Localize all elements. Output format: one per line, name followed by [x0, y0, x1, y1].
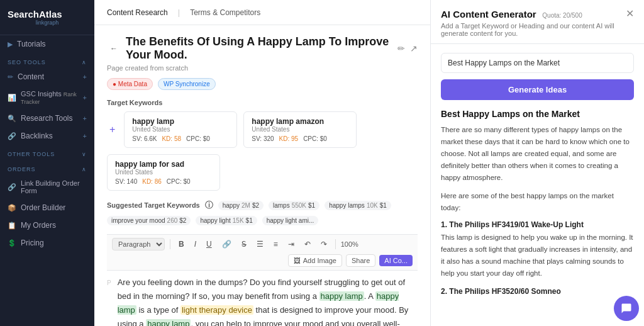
toolbar-sep-1 [170, 239, 170, 249]
keyword-card-1: happy lamp United States SV: 6.6K KD: 58… [124, 111, 237, 148]
paragraph-1: P Are you feeling down in the dumps? Do … [107, 276, 418, 326]
chart-icon: 📊 [8, 94, 16, 102]
ai-result-list-intro: Here are some of the best happy lamps on… [441, 190, 634, 214]
logo-title: SearchAtlas [8, 9, 87, 20]
logo: SearchAtlas linkgraph [0, 0, 94, 35]
search-icon: 🔍 [8, 115, 16, 123]
kw-country-1: United States [132, 126, 229, 133]
ai-item-title-2: 2. The Philips HF3520/60 Somneo [441, 287, 634, 295]
chip-happy-light[interactable]: happy light 15K $1 [196, 216, 257, 225]
indent-button[interactable]: ⇥ [285, 239, 297, 250]
kw-country-3: United States [115, 169, 212, 176]
top-nav: Content Research | Terms & Competitors [94, 0, 430, 25]
keyword-card-3: happy lamp for sad United States SV: 140… [107, 154, 220, 191]
ai-panel-body: Generate Ideas [431, 44, 644, 109]
ai-button[interactable]: AI Co... [379, 255, 413, 266]
editor-header: ← The Benefits Of Using A Happy Lamp To … [107, 35, 418, 62]
kw-name-3: happy lamp for sad [115, 160, 212, 169]
sidebar-item-content[interactable]: ✏ Content + [0, 68, 94, 86]
edit-icon: ✏ [8, 73, 13, 81]
chip-happy-light-ami[interactable]: happy light ami... [262, 216, 319, 225]
add-image-button[interactable]: 🖼 Add Image [288, 254, 342, 267]
kw-name-1: happy lamp [132, 117, 229, 126]
sidebar-item-pricing[interactable]: 💲 Pricing [0, 234, 94, 252]
zoom-level: 100% [341, 240, 358, 248]
chip-happy[interactable]: happy 2M $2 [218, 201, 264, 210]
back-button[interactable]: ← [107, 43, 121, 54]
italic-button[interactable]: I [191, 239, 199, 250]
meta-data-badge[interactable]: ● Meta Data [107, 78, 153, 90]
suggested-keywords-row: Suggested Target Keywords ⓘ happy 2M $2 … [107, 200, 418, 225]
paragraph-select[interactable]: Paragraph [112, 238, 165, 250]
research-label: Research Tools [21, 114, 73, 123]
orders-icon: 📋 [8, 222, 16, 230]
nav-content-research[interactable]: Content Research [107, 8, 168, 17]
underline-button[interactable]: U [203, 239, 215, 250]
ai-result-item-1: 1. The Philips HF3419/01 Wake-Up Light T… [441, 220, 634, 279]
pricing-label: Pricing [21, 239, 44, 247]
ai-result-item-2: 2. The Philips HF3520/60 Somneo This lam… [441, 287, 634, 295]
backlinks-label: Backlinks [21, 132, 53, 140]
chip-happy-lamps[interactable]: happy lamps 10K $1 [325, 201, 391, 210]
tutorials-label: Tutorials [17, 40, 46, 48]
undo-button[interactable]: ↶ [301, 239, 314, 250]
ai-item-desc-1: This lamp is designed to help you wake u… [441, 232, 634, 279]
chat-icon [621, 303, 632, 314]
ai-panel-title: AI Content Generator [441, 9, 536, 20]
keyword-card-2: happy lamp amazon United States SV: 320 … [243, 111, 357, 148]
main-area: Content Research | Terms & Competitors ←… [94, 0, 430, 326]
editor-toolbar: Paragraph B I U 🔗 S̶ ☰ ≡ ⇥ ↶ ↷ 100% 🖼 Ad… [107, 234, 418, 271]
redo-button[interactable]: ↷ [318, 239, 330, 250]
strikethrough-button[interactable]: S̶ [238, 239, 250, 250]
sidebar-item-gsc[interactable]: 📊 GSC Insights Rank Tracker + [0, 86, 94, 110]
editor-content: P Are you feeling down in the dumps? Do … [107, 271, 418, 326]
sidebar-item-backlinks[interactable]: 🔗 Backlinks + [0, 127, 94, 145]
toolbar-sep-2 [335, 239, 336, 249]
image-icon: 🖼 [294, 257, 301, 264]
sidebar-item-research[interactable]: 🔍 Research Tools + [0, 110, 94, 127]
gsc-label: GSC Insights Rank Tracker [21, 90, 79, 105]
logo-sub: linkgraph [8, 20, 87, 26]
bullet-list-button[interactable]: ☰ [253, 239, 267, 250]
wp-sync-badge[interactable]: WP Synchronize [158, 78, 216, 90]
pricing-icon: 💲 [8, 239, 16, 247]
kw-name-2: happy lamp amazon [252, 117, 348, 126]
chat-bubble-button[interactable] [614, 296, 639, 321]
kw-stats-1: SV: 6.6K KD: 58 CPC: $0 [132, 135, 229, 142]
seo-tools-section: SEO TOOLS ∧ [0, 53, 94, 68]
generate-ideas-button[interactable]: Generate Ideas [441, 79, 634, 100]
link-icon: 🔗 [8, 132, 16, 140]
my-orders-label: My Orders [21, 221, 56, 230]
link-button[interactable]: 🔗 [219, 239, 235, 250]
sidebar-item-link-building[interactable]: 🔗 Link Building Order Form [0, 175, 94, 199]
ordered-list-button[interactable]: ≡ [270, 239, 281, 250]
edit-icon-title[interactable]: ✏ [397, 43, 405, 53]
add-keyword-button[interactable]: + [107, 111, 118, 148]
chip-lamps[interactable]: lamps 550K $1 [269, 201, 319, 210]
box-icon: 📦 [8, 204, 16, 212]
share-icon-title[interactable]: ↗ [410, 43, 418, 53]
orders-section: ORDERS ∧ [0, 160, 94, 175]
link-building-label: Link Building Order Form [21, 179, 87, 194]
ai-keyword-input[interactable] [441, 53, 634, 73]
ai-result-area: Best Happy Lamps on the Market There are… [431, 109, 644, 295]
bold-button[interactable]: B [175, 239, 187, 250]
kw-stats-3: SV: 140 KD: 86 CPC: $0 [115, 178, 212, 185]
chip-improve-mood[interactable]: improve your mood 260 $2 [107, 216, 191, 225]
editor-title: The Benefits Of Using A Happy Lamp To Im… [126, 35, 392, 62]
ai-result-intro: There are so many different types of hap… [441, 124, 634, 184]
ai-panel-quota: Quota: 20/500 [542, 12, 582, 19]
sidebar-item-order-builder[interactable]: 📦 Order Builder [0, 199, 94, 216]
link-order-icon: 🔗 [8, 183, 16, 191]
ai-item-title-1: 1. The Philips HF3419/01 Wake-Up Light [441, 220, 634, 229]
order-builder-label: Order Builder [21, 203, 65, 212]
nav-terms-competitors[interactable]: Terms & Competitors [190, 8, 260, 17]
suggested-label: Suggested Target Keywords [107, 201, 200, 209]
play-icon: ▶ [8, 40, 13, 48]
share-button[interactable]: Share [346, 254, 375, 267]
sidebar-item-tutorials[interactable]: ▶ Tutorials [0, 35, 94, 53]
close-button[interactable]: ✕ [626, 9, 634, 19]
target-keywords-label: Target Keywords [107, 99, 418, 106]
sidebar: SearchAtlas linkgraph ▶ Tutorials SEO TO… [0, 0, 94, 326]
sidebar-item-my-orders[interactable]: 📋 My Orders [0, 216, 94, 234]
